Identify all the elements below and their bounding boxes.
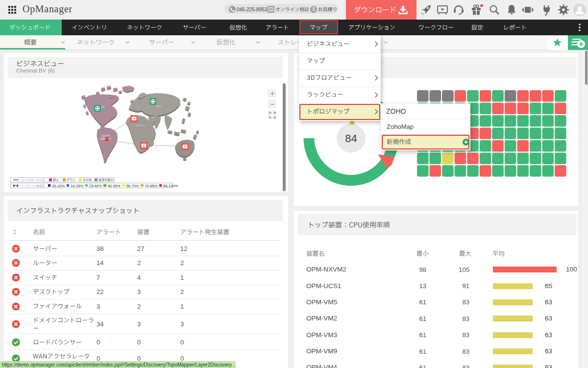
svg-text:84: 84 (345, 132, 357, 145)
svg-text:CA: CA (101, 106, 104, 108)
